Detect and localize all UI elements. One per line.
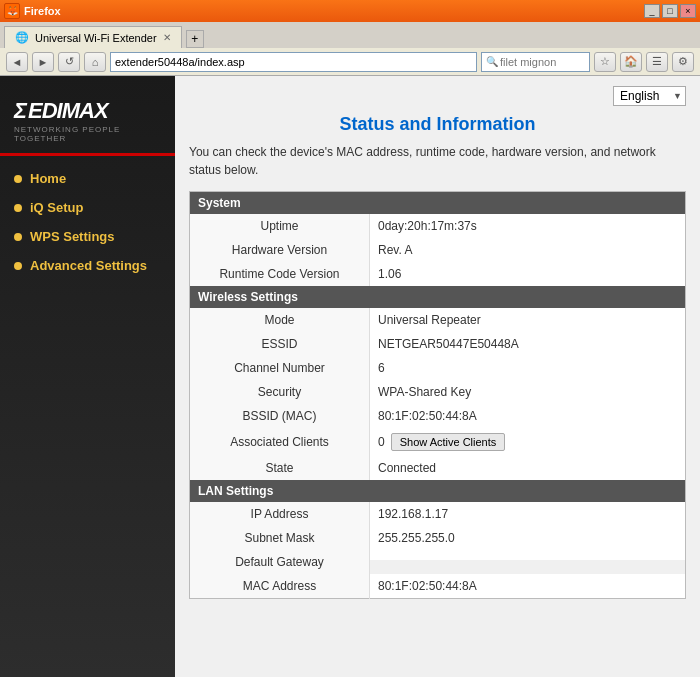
address-bar[interactable] (110, 52, 477, 72)
channel-label: Channel Number (190, 356, 370, 380)
state-value: Connected (370, 456, 685, 480)
section-wireless-header: Wireless Settings (190, 286, 686, 308)
ip-address-value: 192.168.1.17 (370, 502, 685, 526)
window-controls[interactable]: _ □ × (644, 4, 696, 18)
sidebar-item-home[interactable]: Home (0, 164, 175, 193)
sidebar-logo: Σ EDIMAX NETWORKING PEOPLE TOGETHER (0, 86, 175, 153)
table-row: Mode Universal Repeater (190, 308, 686, 332)
table-row: Hardware Version Rev. A (190, 238, 686, 262)
language-row: English Chinese French German Spanish (189, 86, 686, 106)
tab-favicon: 🌐 (15, 31, 29, 44)
logo-text: EDIMAX (28, 98, 108, 124)
default-gateway-value (370, 550, 685, 560)
browser-tab[interactable]: 🌐 Universal Wi-Fi Extender ✕ (4, 26, 182, 48)
show-active-clients-button[interactable]: Show Active Clients (391, 433, 506, 451)
subnet-mask-label: Subnet Mask (190, 526, 370, 550)
table-row: Security WPA-Shared Key (190, 380, 686, 404)
channel-value: 6 (370, 356, 685, 380)
content-area: English Chinese French German Spanish St… (175, 76, 700, 677)
page-description: You can check the device's MAC address, … (189, 143, 686, 179)
table-row: MAC Address 80:1F:02:50:44:8A (190, 574, 686, 599)
table-row: Default Gateway (190, 550, 686, 574)
security-value: WPA-Shared Key (370, 380, 685, 404)
table-row: IP Address 192.168.1.17 (190, 502, 686, 526)
mac-address-value: 80:1F:02:50:44:8A (370, 574, 685, 598)
page-title: Status and Information (189, 114, 686, 135)
lan-header: LAN Settings (190, 480, 686, 502)
section-lan-header: LAN Settings (190, 480, 686, 502)
nav-bullet-iq-setup (14, 204, 22, 212)
sidebar-item-home-label: Home (30, 171, 66, 186)
table-row: Uptime 0day:20h:17m:37s (190, 214, 686, 238)
logo-subtitle: NETWORKING PEOPLE TOGETHER (14, 125, 161, 143)
mode-label: Mode (190, 308, 370, 332)
sidebar-item-iq-setup[interactable]: iQ Setup (0, 193, 175, 222)
firefox-icon: 🦊 (4, 3, 20, 19)
table-row: Runtime Code Version 1.06 (190, 262, 686, 286)
search-engine-icon: 🔍 (486, 56, 498, 67)
bookmark-button[interactable]: ☆ (594, 52, 616, 72)
main-layout: Σ EDIMAX NETWORKING PEOPLE TOGETHER Home… (0, 76, 700, 677)
bssid-label: BSSID (MAC) (190, 404, 370, 428)
back-button[interactable]: ◄ (6, 52, 28, 72)
menu-button[interactable]: ☰ (646, 52, 668, 72)
table-row: BSSID (MAC) 80:1F:02:50:44:8A (190, 404, 686, 428)
search-input[interactable] (500, 56, 585, 68)
close-button[interactable]: × (680, 4, 696, 18)
assoc-clients-count: 0 (378, 435, 385, 449)
forward-button[interactable]: ► (32, 52, 54, 72)
sidebar-item-advanced-settings-label: Advanced Settings (30, 258, 147, 273)
language-select[interactable]: English Chinese French German Spanish (613, 86, 686, 106)
assoc-clients-value: 0 Show Active Clients (370, 428, 685, 456)
hw-version-label: Hardware Version (190, 238, 370, 262)
essid-value: NETGEAR50447E50448A (370, 332, 685, 356)
tab-close-button[interactable]: ✕ (163, 32, 171, 43)
window-titlebar: 🦊 Firefox _ □ × (0, 0, 700, 22)
nav-bar: ◄ ► ↺ ⌂ 🔍 ☆ 🏠 ☰ ⚙ (0, 48, 700, 76)
tab-title: Universal Wi-Fi Extender (35, 32, 157, 44)
nav-bullet-advanced-settings (14, 262, 22, 270)
security-label: Security (190, 380, 370, 404)
sidebar-red-bar (0, 153, 175, 156)
table-row: Channel Number 6 (190, 356, 686, 380)
uptime-label: Uptime (190, 214, 370, 238)
mac-address-label: MAC Address (190, 574, 370, 599)
state-label: State (190, 456, 370, 480)
subnet-mask-value: 255.255.255.0 (370, 526, 685, 550)
sidebar-item-wps-settings[interactable]: WPS Settings (0, 222, 175, 251)
tab-bar: 🌐 Universal Wi-Fi Extender ✕ + (0, 22, 700, 48)
runtime-code-label: Runtime Code Version (190, 262, 370, 286)
uptime-value: 0day:20h:17m:37s (370, 214, 685, 238)
essid-label: ESSID (190, 332, 370, 356)
table-row: Subnet Mask 255.255.255.0 (190, 526, 686, 550)
section-system-header: System (190, 192, 686, 215)
sidebar-item-iq-setup-label: iQ Setup (30, 200, 83, 215)
reload-button[interactable]: ↺ (58, 52, 80, 72)
window-title: Firefox (24, 5, 61, 17)
sidebar-item-advanced-settings[interactable]: Advanced Settings (0, 251, 175, 280)
ip-address-label: IP Address (190, 502, 370, 526)
bssid-value: 80:1F:02:50:44:8A (370, 404, 685, 428)
nav-bullet-home (14, 175, 22, 183)
wireless-header: Wireless Settings (190, 286, 686, 308)
minimize-button[interactable]: _ (644, 4, 660, 18)
info-table: System Uptime 0day:20h:17m:37s Hardware … (189, 191, 686, 599)
home-nav-button[interactable]: 🏠 (620, 52, 642, 72)
mode-value: Universal Repeater (370, 308, 685, 332)
language-selector-wrap[interactable]: English Chinese French German Spanish (613, 86, 686, 106)
system-header: System (190, 192, 686, 215)
table-row: Associated Clients 0 Show Active Clients (190, 428, 686, 456)
table-row: ESSID NETGEAR50447E50448A (190, 332, 686, 356)
hw-version-value: Rev. A (370, 238, 685, 262)
table-row: State Connected (190, 456, 686, 480)
sidebar-item-wps-settings-label: WPS Settings (30, 229, 115, 244)
maximize-button[interactable]: □ (662, 4, 678, 18)
assoc-clients-label: Associated Clients (190, 428, 370, 456)
home-button[interactable]: ⌂ (84, 52, 106, 72)
sidebar: Σ EDIMAX NETWORKING PEOPLE TOGETHER Home… (0, 76, 175, 677)
tools-button[interactable]: ⚙ (672, 52, 694, 72)
new-tab-button[interactable]: + (186, 30, 204, 48)
nav-bullet-wps-settings (14, 233, 22, 241)
default-gateway-label: Default Gateway (190, 550, 370, 574)
runtime-code-value: 1.06 (370, 262, 685, 286)
